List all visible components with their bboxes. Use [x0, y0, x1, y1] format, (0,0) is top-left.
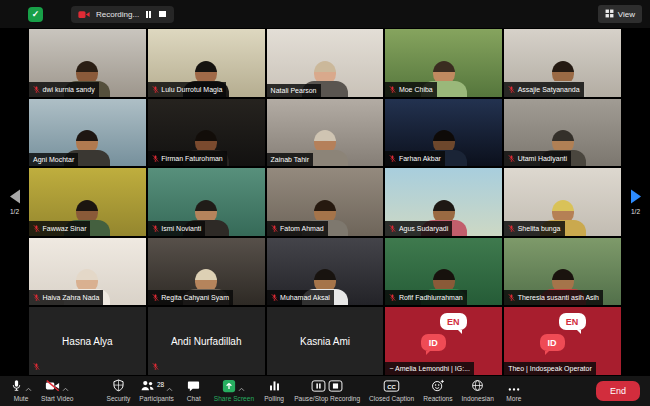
participant-tile-rofif-fadhlurrahman[interactable]: Rofif Fadhlurrahman [385, 238, 502, 306]
participants-caret-icon[interactable] [166, 380, 173, 395]
participant-tile-natali-pearson[interactable]: Natali Pearson [267, 29, 384, 97]
interpreter-badge: EN ID [421, 312, 467, 354]
participant-name: Firman Faturohman [161, 155, 222, 162]
previous-page-arrow[interactable] [10, 190, 20, 204]
participants-count-badge: 28 [157, 381, 164, 388]
participant-tile-shelita-bunga[interactable]: Shelita bunga [504, 168, 621, 236]
participants-grid: dwi kurnia sandy Lulu Durrotul Magia Nat… [29, 29, 621, 375]
participants-button[interactable]: 28 Participants [135, 379, 177, 404]
polling-button[interactable]: Polling [259, 379, 289, 404]
stop-recording-icon[interactable] [328, 380, 343, 395]
participant-name: Ismi Novianti [161, 225, 201, 232]
end-meeting-button[interactable]: End [596, 381, 640, 401]
page-indicator-right: 1/2 [621, 208, 650, 215]
participant-tile-agus-sudaryadi[interactable]: Agus Sudaryadi [385, 168, 502, 236]
interpreter-badge: EN ID [540, 312, 586, 354]
participant-tile-hasna-alya[interactable]: Hasna Alya [29, 307, 146, 375]
participant-name-centered: Andi Nurfadillah [148, 307, 265, 375]
gallery-grid-icon [605, 9, 614, 20]
participant-tile-assajie-satyananda[interactable]: Assajie Satyananda [504, 29, 621, 97]
pause-recording-button[interactable] [145, 11, 152, 18]
pause-recording-icon[interactable] [311, 380, 326, 395]
more-dots-icon [507, 380, 521, 395]
participant-name: Theresia susanti asih Asih [518, 294, 599, 301]
participant-name-tag: Agni Mochtar [29, 153, 78, 166]
page-indicator-left: 1/2 [0, 208, 29, 215]
participant-tile-amelia-lemondhi-ig[interactable]: EN ID ~ Amelia Lemondhi | IG:... [385, 307, 502, 375]
start-video-caret-icon[interactable] [62, 380, 69, 395]
participant-tile-zainab-tahir[interactable]: Zainab Tahir [267, 99, 384, 167]
encryption-shield-icon: ✓ [28, 7, 43, 22]
security-button[interactable]: Security [103, 379, 135, 404]
participant-tile-ismi-novianti[interactable]: Ismi Novianti [148, 168, 265, 236]
muted-mic-icon [33, 224, 40, 233]
participant-tile-kasnia-ami[interactable]: Kasnia Ami [267, 307, 384, 375]
share-screen-button[interactable]: Share Screen [210, 379, 258, 404]
share-screen-caret-icon[interactable] [238, 380, 245, 395]
participant-name-tag: Zainab Tahir [267, 153, 313, 166]
participant-name: Fatom Ahmad [280, 225, 324, 232]
participant-tile-agni-mochtar[interactable]: Agni Mochtar [29, 99, 146, 167]
participant-tile-firman-faturohman[interactable]: Firman Faturohman [148, 99, 265, 167]
participant-name-tag: Fawwaz Sinar [29, 221, 90, 236]
meeting-toolbar: Mute Start Video Security 28 Participant… [0, 376, 650, 406]
muted-mic-icon [152, 85, 159, 94]
mute-button[interactable]: Mute [6, 379, 36, 404]
reactions-button[interactable]: Reactions [419, 379, 456, 404]
reactions-smiley-icon [431, 379, 445, 395]
participant-name-tag: Firman Faturohman [148, 151, 227, 166]
shield-icon [112, 379, 125, 395]
participant-tile-lulu-durrotul-magia[interactable]: Lulu Durrotul Magia [148, 29, 265, 97]
participant-tile-theo-indospeak-operator[interactable]: EN ID Theo | Indospeak Operator [504, 307, 621, 375]
bar-chart-icon [268, 379, 281, 395]
participant-name-tag: Muhamad Aksal [267, 290, 334, 305]
view-button[interactable]: View [598, 5, 642, 23]
participant-tile-utami-hadiyanti[interactable]: Utami Hadiyanti [504, 99, 621, 167]
participant-name-tag: Assajie Satyananda [504, 82, 583, 97]
participant-name-tag: Lulu Durrotul Magia [148, 82, 227, 97]
participant-tile-farhan-akbar[interactable]: Farhan Akbar [385, 99, 502, 167]
participant-name: Utami Hadiyanti [518, 155, 567, 162]
participant-name-tag: Theresia susanti asih Asih [504, 290, 603, 305]
participant-tile-dwi-kurnia-sandy[interactable]: dwi kurnia sandy [29, 29, 146, 97]
start-video-button[interactable]: Start Video [37, 379, 78, 404]
stop-recording-button[interactable] [158, 11, 167, 18]
chat-button[interactable]: Chat [179, 379, 209, 404]
muted-mic-icon [389, 154, 396, 163]
closed-caption-button[interactable]: CC Closed Caption [365, 379, 418, 404]
video-camera-off-icon [45, 379, 60, 395]
more-button[interactable]: More [499, 379, 529, 404]
participant-tile-fatom-ahmad[interactable]: Fatom Ahmad [267, 168, 384, 236]
next-page-arrow[interactable] [631, 190, 641, 204]
interpretation-button[interactable]: Indonesian [458, 379, 498, 404]
participant-name-centered: Kasnia Ami [267, 307, 384, 375]
participant-tile-muhamad-aksal[interactable]: Muhamad Aksal [267, 238, 384, 306]
muted-mic-icon [33, 293, 40, 302]
muted-mic-icon [508, 85, 515, 94]
participant-name-tag: Moe Chiba [385, 82, 436, 97]
gallery-nav-right: 1/2 [621, 190, 650, 215]
participant-tile-andi-nurfadillah[interactable]: Andi Nurfadillah [148, 307, 265, 375]
participant-name: Haiva Zahra Nada [43, 294, 100, 301]
muted-mic-corner-icon [152, 362, 159, 371]
participant-name-tag: Farhan Akbar [385, 151, 445, 166]
participant-name: Lulu Durrotul Magia [161, 86, 222, 93]
id-language-bubble-icon: ID [421, 334, 446, 351]
participant-name-tag: Rofif Fadhlurrahman [385, 290, 466, 305]
participant-tile-regita-cahyani-syam[interactable]: Regita Cahyani Syam [148, 238, 265, 306]
recording-label: Recording... [96, 10, 139, 19]
pause-stop-recording-button[interactable]: Pause/Stop Recording [290, 379, 364, 404]
participant-name-tag: Ismi Novianti [148, 221, 206, 236]
participant-tile-haiva-zahra-nada[interactable]: Haiva Zahra Nada [29, 238, 146, 306]
participant-name-tag: Utami Hadiyanti [504, 151, 571, 166]
participant-tile-fawwaz-sinar[interactable]: Fawwaz Sinar [29, 168, 146, 236]
muted-mic-icon [271, 224, 278, 233]
muted-mic-icon [389, 224, 396, 233]
mute-caret-icon[interactable] [25, 380, 32, 395]
muted-mic-icon [508, 224, 515, 233]
participant-tile-moe-chiba[interactable]: Moe Chiba [385, 29, 502, 97]
muted-mic-icon [271, 293, 278, 302]
muted-mic-icon [152, 154, 159, 163]
participant-tile-theresia-susanti-asih-asih[interactable]: Theresia susanti asih Asih [504, 238, 621, 306]
participant-name: Shelita bunga [518, 225, 561, 232]
